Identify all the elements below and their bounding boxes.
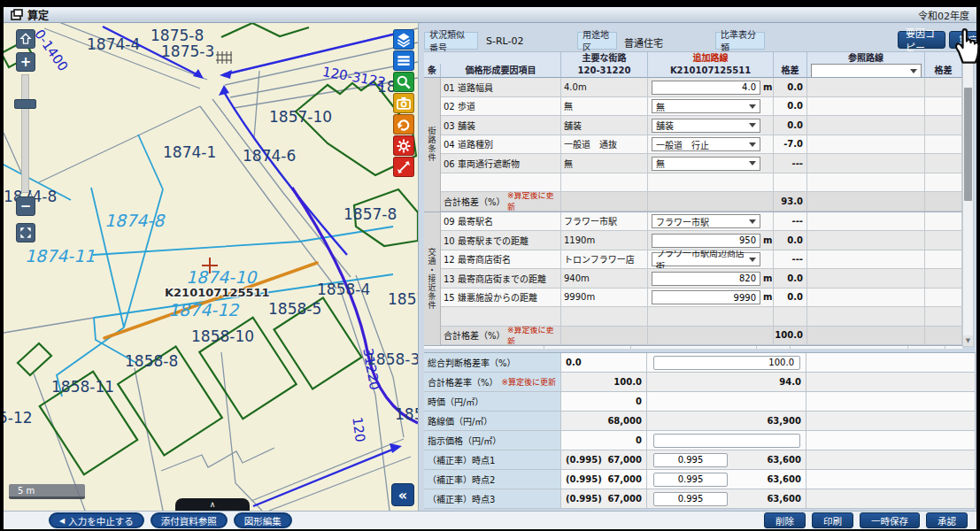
- map-parcel-label: 1858-5: [268, 300, 321, 318]
- collapse-panel-button[interactable]: «: [391, 483, 414, 506]
- unit-label: m: [763, 289, 772, 307]
- summary-main-text: 100.0: [613, 377, 642, 387]
- factor-item-label: 03 舗装: [441, 116, 561, 135]
- comparison-table-class-label: 比準表分類: [715, 32, 765, 50]
- summary-row: 路線価（円/㎡）68,00063,900: [424, 412, 976, 431]
- reference-gap-cell: [925, 116, 962, 135]
- fit-extent-button[interactable]: [16, 223, 35, 242]
- reference-route-cell: [807, 116, 925, 135]
- factor-value-input[interactable]: [652, 234, 760, 248]
- zoom-out-button[interactable]: −: [16, 196, 35, 216]
- factor-value-select[interactable]: フラワー市駅周辺商店街: [652, 252, 760, 266]
- summary-main-value: 68,000: [561, 412, 647, 430]
- total-main-cell: [561, 192, 648, 211]
- frame-border-right: [976, 0, 980, 531]
- factor-copy-button[interactable]: 要因コピー: [898, 31, 945, 49]
- additional-route-cell: m: [648, 269, 774, 288]
- bottom-collapse-tab[interactable]: ∧: [175, 498, 250, 511]
- calculate-button[interactable]: 算定: [949, 31, 976, 49]
- left-triangle-icon: ◀: [59, 517, 65, 525]
- settings-button[interactable]: [393, 135, 414, 156]
- summary-label-text: 合計格差率（%）: [428, 375, 498, 389]
- factor-value-input[interactable]: [652, 272, 760, 286]
- summary-value-input[interactable]: [653, 473, 728, 487]
- zoom-search-button[interactable]: [393, 72, 414, 92]
- clipped-cell: [631, 346, 757, 349]
- factor-row: 02 歩道無無0.0: [441, 97, 962, 117]
- chevron-down-icon: [749, 142, 756, 147]
- approve-button[interactable]: 承認: [926, 512, 968, 528]
- parcel-boundary-lines: [4, 135, 393, 396]
- main-road-code-header: 120-31220: [561, 64, 648, 78]
- summary-value-input[interactable]: [653, 492, 728, 506]
- empty-cell: [774, 307, 807, 326]
- select-value: フラワー市駅: [656, 215, 709, 228]
- reference-route-select[interactable]: [811, 64, 922, 78]
- factor-value-input[interactable]: [652, 290, 760, 304]
- chevron-down-icon: [749, 258, 756, 262]
- map-parcel-label: 1858-8: [125, 352, 178, 370]
- print-button[interactable]: 印刷: [812, 512, 853, 528]
- factor-rows: 01 道路幅員4.0mm0.002 歩道無無0.003 舗装舗装舗装0.004 …: [441, 78, 962, 212]
- delete-button[interactable]: 削除: [764, 512, 806, 528]
- clipped-cell: [791, 346, 908, 349]
- main-road-value: 一般道 通抜: [561, 135, 648, 154]
- map-parcel-label: 1857-8: [343, 205, 397, 223]
- summary-label-text: 時価（円/㎡）: [428, 395, 483, 408]
- total-gap2-cell: [925, 327, 962, 345]
- chevron-down-icon: [749, 219, 756, 224]
- factor-value-select[interactable]: 無: [652, 157, 760, 171]
- factor-table-group-header: 主要な街路 追加路線 参照路線: [424, 51, 962, 64]
- pan-up-button[interactable]: [16, 29, 35, 49]
- main-road-value: 無: [561, 97, 648, 116]
- attached-documents-button[interactable]: 添付資料参照: [150, 512, 228, 528]
- reference-route-cell: [807, 289, 925, 307]
- main-road-value: 1190m: [561, 231, 648, 250]
- gap-value: 0.0: [774, 289, 807, 307]
- scroll-up-arrow[interactable]: ▲: [963, 52, 973, 63]
- expand-button[interactable]: [393, 157, 414, 177]
- factor-value-select[interactable]: 舗装: [652, 119, 760, 133]
- cancel-input-button[interactable]: ◀ 入力を中止する: [49, 512, 144, 528]
- camera-button[interactable]: [393, 93, 414, 113]
- gap-value: ---: [774, 212, 807, 231]
- additional-route-cell: 一般道 行止: [648, 135, 774, 154]
- factor-value-select[interactable]: フラワー市駅: [652, 214, 760, 228]
- update-after-calc-note: ※算定後に更新: [502, 376, 557, 388]
- summary-label-text: 指示価格（円/㎡）: [428, 434, 501, 447]
- summary-value-input[interactable]: [653, 434, 800, 448]
- factor-table-scrollbar[interactable]: ▲ ▼: [962, 51, 974, 347]
- main-road-value: 9990m: [561, 289, 648, 307]
- list-button[interactable]: [393, 50, 414, 71]
- temporary-save-button[interactable]: 一時保存: [860, 512, 920, 528]
- select-value: フラワー市駅周辺商店街: [656, 250, 745, 269]
- layers-button[interactable]: [393, 29, 414, 50]
- item-header: 価格形成要因項目: [441, 64, 561, 78]
- scrollbar-thumb[interactable]: [964, 88, 972, 201]
- total-gap-value: 93.0: [774, 192, 807, 211]
- main-road-value: 無: [561, 154, 648, 173]
- zoom-slider-handle[interactable]: [14, 99, 36, 109]
- summary-value-input[interactable]: [653, 453, 728, 467]
- reference-route-group-header: 参照路線: [807, 51, 925, 64]
- frame-border-top: [0, 0, 980, 7]
- summary-main-text: 0.0: [566, 358, 582, 367]
- summary-value-input[interactable]: [653, 356, 800, 370]
- factor-value-input[interactable]: [652, 81, 760, 95]
- zoom-in-button[interactable]: +: [16, 52, 35, 72]
- correction-rate-paren: (0.995): [566, 455, 602, 465]
- factor-value-select[interactable]: 一般道 行止: [652, 137, 760, 151]
- empty-cell: [561, 173, 648, 192]
- additional-route-cell: フラワー市駅: [648, 212, 774, 231]
- factor-value-select[interactable]: 無: [652, 99, 760, 113]
- map-area[interactable]: 1875-81875-31874-41857-101874-11874-6187…: [4, 23, 418, 511]
- summary-row-label: （補正率）時点3: [424, 489, 561, 508]
- zoom-slider-track[interactable]: [21, 74, 29, 193]
- chevron-down-icon: [749, 161, 756, 165]
- shape-edit-button[interactable]: 図形編集: [234, 512, 292, 528]
- map-parcel-label: 1857: [388, 290, 418, 308]
- empty-cell: [774, 173, 807, 192]
- condition-header: 条件: [424, 64, 441, 78]
- scroll-down-arrow[interactable]: ▼: [963, 335, 973, 346]
- refresh-button[interactable]: [393, 114, 414, 135]
